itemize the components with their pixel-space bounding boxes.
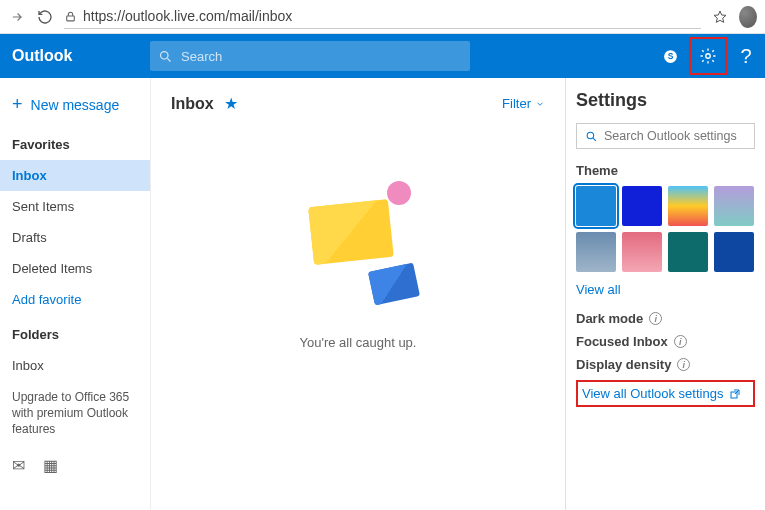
theme-swatch[interactable] — [576, 232, 616, 272]
add-favorite-link[interactable]: Add favorite — [0, 284, 150, 315]
info-icon[interactable]: i — [649, 312, 662, 325]
favorites-header: Favorites — [0, 125, 150, 160]
svg-text:S: S — [667, 51, 673, 61]
theme-swatch[interactable] — [622, 232, 662, 272]
svg-point-4 — [706, 54, 711, 59]
theme-swatches — [576, 186, 755, 272]
browser-chrome: https://outlook.live.com/mail/inbox — [0, 0, 765, 34]
theme-swatch[interactable] — [714, 232, 754, 272]
new-message-label: New message — [31, 97, 120, 113]
sidebar-item-inbox[interactable]: Inbox — [0, 160, 150, 191]
sidebar-item-deleted[interactable]: Deleted Items — [0, 253, 150, 284]
search-placeholder: Search — [181, 49, 222, 64]
app-header: Outlook Search S ? — [0, 34, 765, 78]
plus-icon: + — [12, 94, 23, 115]
theme-swatch[interactable] — [622, 186, 662, 226]
settings-gear-icon[interactable] — [689, 37, 727, 75]
theme-swatch[interactable] — [668, 186, 708, 226]
lock-icon — [64, 10, 77, 23]
theme-view-all-link[interactable]: View all — [576, 282, 755, 297]
brand-label: Outlook — [0, 47, 150, 65]
refresh-icon[interactable] — [36, 9, 54, 25]
skype-icon[interactable]: S — [651, 37, 689, 75]
focused-inbox-label[interactable]: Focused Inbox i — [576, 334, 755, 349]
display-density-label[interactable]: Display density i — [576, 357, 755, 372]
settings-search-placeholder: Search Outlook settings — [604, 129, 737, 143]
view-all-outlook-settings-link[interactable]: View all Outlook settings — [576, 380, 755, 407]
sidebar-item-sent[interactable]: Sent Items — [0, 191, 150, 222]
search-input[interactable]: Search — [150, 41, 470, 71]
calendar-app-icon[interactable]: ▦ — [43, 456, 58, 475]
url-text: https://outlook.live.com/mail/inbox — [83, 8, 292, 24]
empty-state: You're all caught up. — [151, 125, 565, 510]
info-icon[interactable]: i — [677, 358, 690, 371]
empty-illustration — [303, 185, 413, 295]
mail-app-icon[interactable]: ✉ — [12, 456, 25, 475]
sidebar: + New message Favorites Inbox Sent Items… — [0, 78, 150, 510]
filter-label: Filter — [502, 96, 531, 111]
star-icon[interactable]: ★ — [224, 94, 238, 113]
upgrade-banner[interactable]: Upgrade to Office 365 with premium Outlo… — [0, 381, 150, 446]
theme-swatch[interactable] — [668, 232, 708, 272]
folders-header: Folders — [0, 315, 150, 350]
popout-icon — [729, 388, 741, 400]
settings-panel: Settings Search Outlook settings Theme V… — [565, 78, 765, 510]
dark-mode-label[interactable]: Dark mode i — [576, 311, 755, 326]
filter-button[interactable]: Filter — [502, 96, 545, 111]
empty-text: You're all caught up. — [300, 335, 417, 350]
svg-point-5 — [587, 132, 594, 139]
info-icon[interactable]: i — [674, 335, 687, 348]
svg-rect-0 — [67, 15, 75, 20]
profile-avatar[interactable] — [739, 6, 757, 28]
theme-swatch[interactable] — [714, 186, 754, 226]
favorite-star-icon[interactable] — [711, 9, 729, 25]
new-message-button[interactable]: + New message — [0, 84, 150, 125]
svg-point-1 — [161, 51, 169, 59]
theme-swatch[interactable] — [576, 186, 616, 226]
inbox-title: Inbox — [171, 95, 214, 113]
folder-inbox[interactable]: Inbox — [0, 350, 150, 381]
theme-label: Theme — [576, 163, 755, 178]
sidebar-item-drafts[interactable]: Drafts — [0, 222, 150, 253]
address-bar[interactable]: https://outlook.live.com/mail/inbox — [64, 5, 701, 29]
app-switcher: ✉ ▦ — [0, 446, 150, 485]
search-icon — [585, 130, 598, 143]
chevron-down-icon — [535, 99, 545, 109]
forward-icon[interactable] — [8, 10, 26, 24]
settings-search-input[interactable]: Search Outlook settings — [576, 123, 755, 149]
search-icon — [158, 49, 173, 64]
main-area: Inbox ★ Filter You're all caught up. — [150, 78, 565, 510]
help-icon[interactable]: ? — [727, 37, 765, 75]
settings-title: Settings — [576, 90, 755, 111]
